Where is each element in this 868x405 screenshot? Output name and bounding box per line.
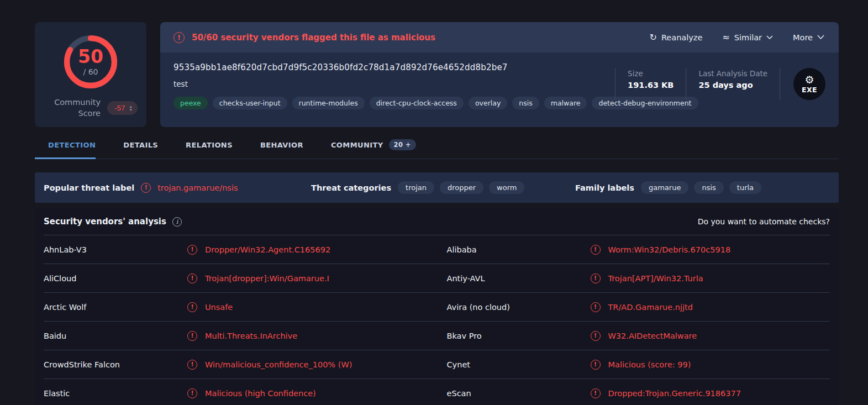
alert-icon: ! [173,32,185,43]
tag-pill[interactable]: malware [544,97,587,109]
vendor-name: Arctic Wolf [44,303,187,312]
community-score-stepper[interactable]: -57 ▲ ▼ [107,101,138,115]
popular-threat-value[interactable]: trojan.gamarue/nsis [157,183,238,192]
toolbar: ↻ Reanalyze ≈ Similar More [650,33,824,42]
similar-button[interactable]: ≈ Similar [722,33,773,42]
tag-pill[interactable]: runtime-modules [292,97,365,109]
reanalyze-button[interactable]: ↻ Reanalyze [650,33,703,42]
category-pill[interactable]: worm [489,181,524,194]
family-pill[interactable]: gamarue [641,181,688,194]
tag-pill[interactable]: peexe [173,97,208,109]
alert-icon: ! [187,302,197,312]
alert-icon: ! [591,388,601,398]
tag-pill[interactable]: nsis [512,97,539,109]
info-icon[interactable]: i [172,217,182,227]
alert-icon: ! [187,331,197,341]
detection-result: Worm:Win32/Debris.670c5918 [608,245,731,254]
popular-threat-band: Popular threat label ! trojan.gamarue/ns… [35,172,839,203]
tab-relations[interactable]: RELATIONS [186,139,233,159]
stepper-down-icon[interactable]: ▼ [129,108,133,112]
file-tags: peexe checks-user-input runtime-modules … [173,97,605,109]
automate-checks-link[interactable]: Do you want to automate checks? [698,217,830,226]
detection-result: Win/malicious_confidence_100% (W) [205,360,352,369]
last-analysis-date: Last Analysis Date 25 days ago [686,68,780,100]
vendor-name: CrowdStrike Falcon [44,360,187,369]
tag-pill[interactable]: overlay [469,97,507,109]
alert-icon: ! [141,183,151,193]
category-pill[interactable]: trojan [398,181,434,194]
detection-result: Multi.Threats.InArchive [205,332,297,340]
vendor-name: Avira (no cloud) [447,303,591,312]
security-vendors-panel: Security vendors' analysis i Do you want… [35,208,839,405]
vendor-name: AliCloud [44,274,187,283]
vendor-row: Arctic Wolf !Unsafe Avira (no cloud) !TR… [44,292,830,321]
detection-result: TR/AD.Gamarue.njjtd [608,303,693,312]
refresh-icon: ↻ [650,33,657,42]
report-tabs: DETECTION DETAILS RELATIONS BEHAVIOR COM… [35,139,839,159]
vendor-name: eScan [447,389,591,398]
alert-icon: ! [187,245,197,255]
alert-icon: ! [187,360,197,370]
file-name: test [173,80,605,88]
score-total: / 60 [83,67,98,76]
file-hash: 9535a9bb1ae8f620d7cbd7d9f5c20336b0fd2c78… [173,62,605,72]
detection-banner: ! 50/60 security vendors flagged this fi… [160,22,839,52]
file-meta: Size 191.63 KB Last Analysis Date 25 day… [615,68,825,100]
alert-icon: ! [591,302,601,312]
family-pill[interactable]: nsis [694,181,723,194]
exe-file-type-icon: ⚙ EXE [793,68,825,100]
tab-community[interactable]: COMMUNITY 20 + [331,139,416,159]
stepper-arrows[interactable]: ▲ ▼ [129,105,133,111]
banner-text: 50/60 security vendors flagged this file… [192,33,435,43]
file-summary-row: 50 / 60 Community Score -57 ▲ ▼ [35,22,839,127]
chevron-down-icon [766,35,773,40]
vendor-name: Baidu [44,332,187,340]
vendors-analysis-title: Security vendors' analysis [44,217,166,227]
vendor-name: Elastic [44,389,187,398]
similar-icon: ≈ [722,33,729,42]
detection-result: Unsafe [205,303,233,312]
detection-result: Malicious (high Confidence) [205,389,316,398]
chevron-down-icon [817,35,824,40]
alert-icon: ! [187,273,197,283]
vendor-name: Bkav Pro [447,332,591,340]
detection-result: Trojan[APT]/Win32.Turla [608,274,703,283]
detection-result: Malicious (score: 99) [608,360,691,369]
alert-icon: ! [591,331,601,341]
more-button[interactable]: More [793,33,824,42]
gear-icon: ⚙ [804,75,814,85]
category-pill[interactable]: dropper [440,181,483,194]
vendor-row: AhnLab-V3 !Dropper/Win32.Agent.C165692 A… [44,235,830,264]
tab-detection[interactable]: DETECTION [48,139,96,159]
vendor-name: Antiy-AVL [447,274,591,283]
family-labels-group: Family labels gamarue nsis turla [575,181,761,194]
family-pill[interactable]: turla [729,181,761,194]
tab-behavior[interactable]: BEHAVIOR [260,139,303,159]
detection-score-card: 50 / 60 Community Score -57 ▲ ▼ [35,22,146,127]
virustotal-report-page: 50 / 60 Community Score -57 ▲ ▼ [0,0,868,405]
detection-result: W32.AIDetectMalware [608,332,697,340]
detection-result: Dropped:Trojan.Generic.9186377 [608,389,741,398]
detection-score-gauge: 50 / 60 [60,31,122,93]
alert-icon: ! [591,245,601,255]
vendor-name: AhnLab-V3 [44,245,187,254]
community-score-value: -57 [114,104,125,112]
vendor-row: CrowdStrike Falcon !Win/malicious_confid… [44,350,830,378]
tag-pill[interactable]: direct-cpu-clock-access [370,97,464,109]
file-size: Size 191.63 KB [615,68,686,100]
alert-icon: ! [591,273,601,283]
alert-icon: ! [187,388,197,398]
vendor-row: AliCloud !Trojan[dropper]:Win/Gamarue.I … [44,264,830,292]
vendor-name: Cynet [447,360,591,369]
threat-categories-group: Threat categories trojan dropper worm [311,181,524,194]
detection-result: Dropper/Win32.Agent.C165692 [205,245,330,254]
community-count-badge: 20 + [389,139,416,150]
tag-pill[interactable]: checks-user-input [213,97,287,109]
alert-icon: ! [591,360,601,370]
file-report-card: ! 50/60 security vendors flagged this fi… [160,22,839,127]
vendor-row: Baidu !Multi.Threats.InArchive Bkav Pro … [44,321,830,350]
tab-details[interactable]: DETAILS [123,139,158,159]
popular-threat-label-group: Popular threat label ! trojan.gamarue/ns… [44,183,238,193]
detection-result: Trojan[dropper]:Win/Gamarue.I [205,274,329,283]
vendor-name: Alibaba [447,245,591,254]
